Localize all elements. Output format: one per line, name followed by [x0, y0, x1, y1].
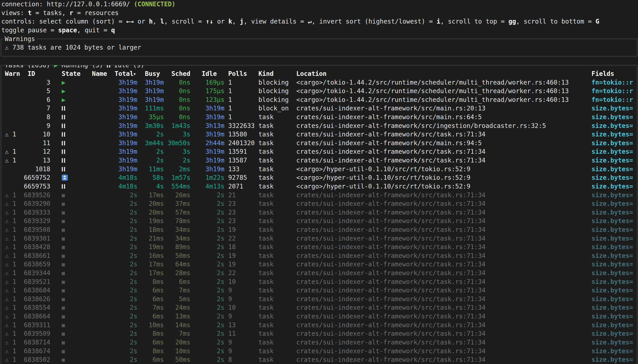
task-row[interactable]: 3▶3h19m3h19m0ns169µs1blocking<cargo>/tok…	[1, 78, 637, 87]
kind-cell: task	[258, 278, 296, 286]
sched-cell: 0ns	[164, 78, 190, 87]
location-cell: crates/sui-indexer-alt-framework/src/tas…	[296, 208, 592, 217]
task-row[interactable]: ⚠ 168395092s8ms7ms2s11taskcrates/sui-ind…	[1, 330, 637, 338]
warning-icon: ⚠	[5, 312, 9, 320]
col-location[interactable]: Location	[296, 70, 592, 78]
task-row[interactable]: ⚠ 168392902s20ms37ms2s23taskcrates/sui-i…	[1, 200, 637, 208]
col-kind[interactable]: Kind	[258, 70, 296, 78]
task-row[interactable]: 10183h19m11ms2ms3h19m133task<cargo>/hype…	[1, 165, 637, 174]
fields-cell: size.bytes=	[592, 347, 637, 356]
task-row[interactable]: ⚠ 168386592s17ms64ms2s19taskcrates/sui-i…	[1, 260, 637, 269]
polls-cell: 9	[224, 312, 258, 321]
help-text-segment: r	[69, 9, 73, 16]
col-polls[interactable]: Polls	[224, 70, 258, 78]
col-state[interactable]: State	[50, 70, 92, 78]
task-row[interactable]: ⚠ 168395082s18ms34ms2s19taskcrates/sui-i…	[1, 226, 637, 234]
task-row[interactable]: 83h19m35µs0ns3h19m1taskcrates/sui-indexe…	[1, 113, 637, 122]
col-total-sorted[interactable]: Total▼	[115, 70, 138, 78]
state-cell	[50, 139, 92, 148]
task-row[interactable]: ⚠ 168384282s19ms89ms2s18taskcrates/sui-i…	[1, 243, 637, 252]
task-row[interactable]: 66597524m18s58s1m57s1m22s92785task<cargo…	[1, 174, 637, 182]
task-row[interactable]: 66597534m18s4s554ms4m13s2071task<cargo>/…	[1, 182, 637, 191]
name-cell	[92, 191, 115, 200]
busy-cell: 3h19m	[138, 78, 164, 87]
task-row[interactable]: ⚠ 168387142s6ms20ms2s9taskcrates/sui-ind…	[1, 338, 637, 347]
busy-cell: 3m44s	[138, 139, 164, 148]
total-cell: 3h19m	[115, 165, 138, 174]
busy-cell: 8ms	[138, 347, 164, 356]
state-cell	[50, 269, 92, 278]
busy-cell: 19ms	[138, 217, 164, 226]
state-cell	[50, 234, 92, 243]
task-row[interactable]: ⚠ 168395212s8ms6ms2s10taskcrates/sui-ind…	[1, 278, 637, 286]
task-row[interactable]: ⚠ 168393442s17ms28ms2s22taskcrates/sui-i…	[1, 269, 637, 278]
idle-cell: 3h13m	[190, 122, 224, 130]
pause-icon	[107, 65, 110, 68]
fields-cell: size.bytes=	[592, 174, 637, 182]
name-cell	[92, 252, 115, 260]
col-sched[interactable]: Sched	[164, 70, 190, 78]
col-fields[interactable]: Fields	[592, 70, 637, 78]
fields-cell: size.bytes=	[592, 260, 637, 269]
state-cell	[50, 347, 92, 356]
task-row[interactable]: ⚠ 168393292s19ms78ms2s23taskcrates/sui-i…	[1, 217, 637, 226]
fields-cell: size.bytes=	[592, 304, 637, 312]
task-row[interactable]: ⚠ 168386842s6ms7ms2s9taskcrates/sui-inde…	[1, 286, 637, 295]
busy-cell: 17ms	[138, 260, 164, 269]
task-row[interactable]: ⚠ 1123h19m2s3s3h19m13591taskcrates/sui-i…	[1, 148, 637, 156]
state-cell: ▶	[50, 96, 92, 104]
task-row[interactable]: ⚠ 168393112s10ms14ms2s13taskcrates/sui-i…	[1, 321, 637, 330]
task-row[interactable]: 5▶3h19m3h19m0ns175µs1blocking<cargo>/tok…	[1, 87, 637, 96]
idle-cell: 2s	[190, 226, 224, 234]
task-row[interactable]: ⚠ 168386642s6ms13ms2s9taskcrates/sui-ind…	[1, 312, 637, 321]
idle-cell: 2s	[190, 347, 224, 356]
busy-cell: 4s	[138, 182, 164, 191]
kind-cell: task	[258, 356, 296, 364]
task-row[interactable]: ⚠ 1133h19m2s2s3h19m13587taskcrates/sui-i…	[1, 156, 637, 165]
polls-cell: 13580	[224, 130, 258, 139]
location-cell: crates/sui-indexer-alt-framework/src/tas…	[296, 269, 592, 278]
fields-cell: size.bytes=	[592, 200, 637, 208]
col-id[interactable]: ID	[24, 70, 50, 78]
warn-cell: ⚠ 1	[5, 156, 24, 165]
fields-cell: size.bytes=	[592, 208, 637, 217]
help-text-segment: gg	[508, 18, 516, 25]
polls-cell: 8	[224, 356, 258, 364]
total-cell: 3h19m	[115, 96, 138, 104]
task-row[interactable]: ⚠ 168393332s20ms57ms2s23taskcrates/sui-i…	[1, 208, 637, 217]
task-row[interactable]: 93h19m3m30s1m43s3h13m3322633taskcrates/s…	[1, 122, 637, 130]
task-row[interactable]: ⚠ 1103h19m2s3s3h19m13580taskcrates/sui-i…	[1, 130, 637, 139]
task-row[interactable]: ⚠ 168385022s6ms50ms2s8taskcrates/sui-ind…	[1, 356, 637, 364]
stopped-icon	[62, 289, 65, 292]
fields-cell: size.bytes=	[592, 130, 637, 139]
location-cell: crates/sui-indexer-alt-framework/src/tas…	[296, 321, 592, 330]
sched-cell: 5ms	[164, 295, 190, 304]
tasks-table: Warn ID State Name Total▼ Busy Sched Idl…	[1, 70, 637, 364]
task-row[interactable]: 73h19m111ms0ns3h19m1block_oncrates/sui-i…	[1, 104, 637, 113]
task-row[interactable]: ⚠ 168393012s21ms34ms2s22taskcrates/sui-i…	[1, 234, 637, 243]
idle-cell: 123µs	[190, 96, 224, 104]
col-warn[interactable]: Warn	[5, 70, 24, 78]
stopped-icon	[62, 194, 65, 197]
idle-cell: 2s	[190, 260, 224, 269]
col-busy[interactable]: Busy	[138, 70, 164, 78]
stopped-icon	[62, 306, 65, 310]
name-cell	[92, 269, 115, 278]
idle-cell: 3h19m	[190, 156, 224, 165]
sched-cell: 6ms	[164, 278, 190, 286]
task-row[interactable]: ⚠ 168395262s17ms26ms2s21taskcrates/sui-i…	[1, 191, 637, 200]
idle-cell: 2s	[190, 269, 224, 278]
task-row[interactable]: ⚠ 168386262s6ms5ms2s9taskcrates/sui-inde…	[1, 295, 637, 304]
state-cell	[50, 104, 92, 113]
task-row[interactable]: 113h19m3m44s30m50s2h44m2401320taskcrates…	[1, 139, 637, 148]
busy-cell: 6ms	[138, 286, 164, 295]
task-row[interactable]: ⚠ 168386742s8ms10ms2s9taskcrates/sui-ind…	[1, 347, 637, 356]
name-cell	[92, 182, 115, 191]
task-row[interactable]: ⚠ 168385542s7ms24ms2s10taskcrates/sui-in…	[1, 304, 637, 312]
fields-cell: size.bytes=	[592, 330, 637, 338]
warn-cell: ⚠ 1	[5, 338, 24, 347]
col-name[interactable]: Name	[92, 70, 115, 78]
col-idle[interactable]: Idle	[190, 70, 224, 78]
task-row[interactable]: 6▶3h19m3h19m0ns123µs1blocking<cargo>/tok…	[1, 96, 637, 104]
task-row[interactable]: ⚠ 168386612s16ms50ms2s19taskcrates/sui-i…	[1, 252, 637, 260]
